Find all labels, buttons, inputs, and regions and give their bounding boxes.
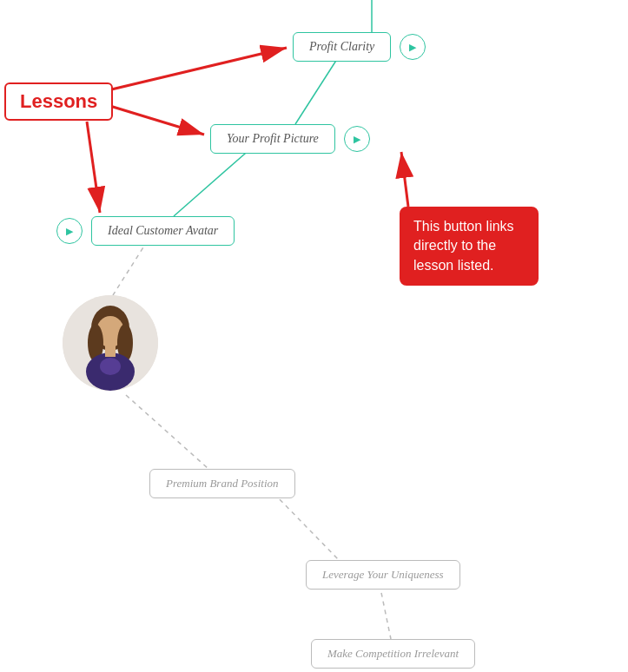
make-competition-box: Make Competition Irrelevant <box>311 639 475 669</box>
profit-clarity-play-button[interactable]: ▶ <box>400 34 426 60</box>
svg-line-1 <box>295 56 339 124</box>
leverage-uniqueness-label: Leverage Your Uniqueness <box>322 568 444 581</box>
svg-line-5 <box>274 493 339 560</box>
svg-line-6 <box>380 584 391 639</box>
ideal-customer-avatar-node: ▶ Ideal Customer Avatar <box>56 216 235 246</box>
svg-line-8 <box>104 48 287 91</box>
tooltip-text: This button links directly to the lesson… <box>413 219 514 273</box>
your-profit-picture-node: Your Profit Picture ▶ <box>210 124 370 154</box>
leverage-uniqueness-box: Leverage Your Uniqueness <box>306 560 460 590</box>
avatar <box>63 295 158 391</box>
svg-line-4 <box>126 395 208 469</box>
premium-brand-box: Premium Brand Position <box>149 469 295 498</box>
avatar-image <box>63 295 158 391</box>
premium-brand-label: Premium Brand Position <box>166 477 279 490</box>
your-profit-picture-box: Your Profit Picture <box>210 124 335 154</box>
svg-point-18 <box>100 358 121 375</box>
your-profit-picture-play-button[interactable]: ▶ <box>344 126 370 152</box>
leverage-uniqueness-node: Leverage Your Uniqueness <box>306 560 460 590</box>
play-icon-2: ▶ <box>354 134 360 145</box>
lessons-text: Lessons <box>20 90 97 112</box>
svg-line-9 <box>104 104 204 135</box>
premium-brand-node: Premium Brand Position <box>149 469 295 498</box>
svg-line-10 <box>87 122 100 213</box>
profit-clarity-node: Profit Clarity ▶ <box>293 32 426 62</box>
svg-line-11 <box>401 152 408 207</box>
svg-rect-19 <box>105 345 116 357</box>
play-icon: ▶ <box>409 42 416 53</box>
svg-line-3 <box>113 240 148 295</box>
your-profit-picture-label: Your Profit Picture <box>227 132 319 145</box>
lessons-label: Lessons <box>4 82 113 121</box>
play-icon-3: ▶ <box>66 226 73 237</box>
make-competition-label: Make Competition Irrelevant <box>327 647 459 660</box>
ideal-customer-avatar-box: Ideal Customer Avatar <box>91 216 235 246</box>
profit-clarity-label: Profit Clarity <box>309 40 374 53</box>
make-competition-node: Make Competition Irrelevant <box>311 639 475 669</box>
ideal-customer-avatar-label: Ideal Customer Avatar <box>108 224 218 237</box>
svg-line-2 <box>174 148 252 216</box>
ideal-customer-play-button[interactable]: ▶ <box>56 218 83 244</box>
profit-clarity-box: Profit Clarity <box>293 32 391 62</box>
tooltip-box: This button links directly to the lesson… <box>400 207 539 286</box>
